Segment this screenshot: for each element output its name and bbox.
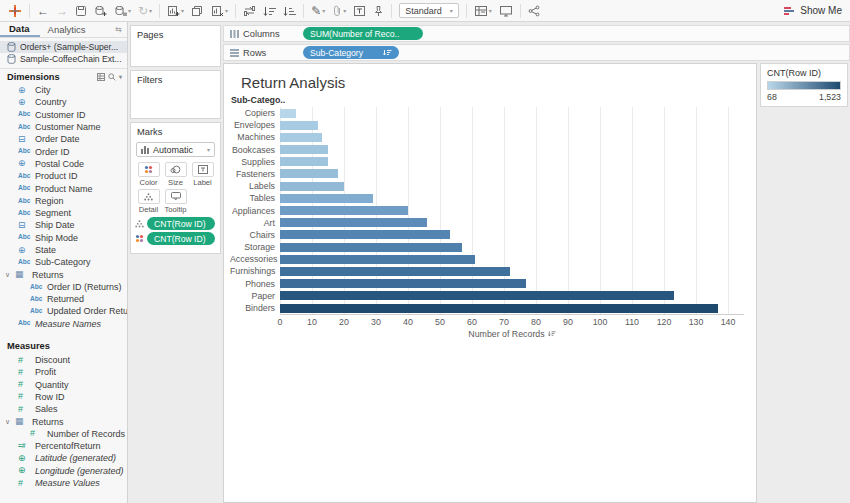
measure-field-discount[interactable]: #Discount (0, 354, 127, 366)
category-label-paper[interactable]: Paper (230, 290, 280, 302)
swap-rows-columns-button[interactable] (243, 5, 256, 17)
category-label-binders[interactable]: Binders (230, 302, 280, 314)
filters-shelf[interactable]: Filters (130, 70, 221, 119)
show-hide-cards-button[interactable]: ▾ (474, 5, 492, 17)
dimension-field-country[interactable]: ⊕Country (0, 96, 127, 108)
show-me-button[interactable]: Show Me (784, 5, 842, 16)
bar-binders[interactable] (280, 304, 718, 313)
color-button[interactable]: Color (135, 162, 162, 187)
fit-mode-select[interactable]: Standard ▾ (399, 3, 459, 18)
clear-sheet-button[interactable]: ▾ (211, 5, 228, 17)
expand-chevron-icon[interactable]: ∨ (5, 418, 13, 426)
category-label-art[interactable]: Art (230, 217, 280, 229)
sort-ascending-button[interactable] (263, 5, 276, 17)
dimension-field-customer-name[interactable]: AbcCustomer Name (0, 121, 127, 133)
bar-envelopes[interactable] (280, 121, 318, 130)
dimension-field-order-id[interactable]: AbcOrder ID (0, 145, 127, 157)
bar-labels[interactable] (280, 182, 344, 191)
mark-type-select[interactable]: Automatic ▾ (136, 142, 215, 157)
dimension-field-segment[interactable]: AbcSegment (0, 207, 127, 219)
redo-button[interactable]: → (56, 5, 68, 17)
share-button[interactable] (528, 5, 540, 17)
color-legend[interactable]: CNT(Row ID) 68 1,523 (760, 63, 848, 107)
category-label-fasteners[interactable]: Fasteners (230, 168, 280, 180)
measure-field-profit[interactable]: #Profit (0, 366, 127, 378)
new-worksheet-button[interactable]: ▾ (167, 5, 184, 17)
dimension-field-product-name[interactable]: AbcProduct Name (0, 182, 127, 194)
dropdown-caret[interactable]: ▾ (149, 8, 152, 14)
dimension-field-ship-mode[interactable]: AbcShip Mode (0, 232, 127, 244)
expand-chevron-icon[interactable]: ∨ (5, 271, 13, 279)
bar-bookcases[interactable] (280, 145, 328, 154)
dimension-field-ship-date[interactable]: ⊟Ship Date (0, 219, 127, 231)
pause-auto-updates-button[interactable]: ▾ (114, 5, 131, 17)
run-update-button[interactable]: ↻▾ (138, 5, 152, 17)
columns-shelf[interactable]: Columns SUM(Number of Reco.. (223, 25, 850, 42)
group-members-button[interactable]: ▾ (332, 5, 346, 17)
measure-field-number-of-records[interactable]: #Number of Records (0, 428, 127, 440)
tab-data[interactable]: Data (0, 22, 40, 37)
dimension-field-order-date[interactable]: ⊟Order Date (0, 133, 127, 145)
bar-appliances[interactable] (280, 206, 408, 215)
detail-button[interactable]: Detail (135, 189, 162, 214)
columns-pill-sum-number-of-records[interactable]: SUM(Number of Reco.. (303, 27, 423, 40)
rows-pill-sub-category[interactable]: Sub-Category (303, 46, 399, 59)
bar-tables[interactable] (280, 194, 373, 203)
dimension-field-returned[interactable]: AbcReturned (0, 293, 127, 305)
category-label-phones[interactable]: Phones (230, 278, 280, 290)
marks-pill-detail[interactable]: CNT(Row ID) (147, 217, 215, 230)
dimension-field-state[interactable]: ⊕State (0, 244, 127, 256)
x-axis[interactable]: 0102030405060708090100110120130140 (280, 315, 744, 326)
label-button[interactable]: Label (189, 162, 216, 187)
bar-chairs[interactable] (280, 230, 450, 239)
dimension-field-city[interactable]: ⊕City (0, 84, 127, 96)
size-button[interactable]: Size (162, 162, 189, 187)
pill-sort-icon[interactable] (383, 49, 392, 57)
measure-field-returns[interactable]: ∨▦Returns (0, 415, 127, 427)
tooltip-button[interactable]: Tooltip (162, 189, 189, 214)
sort-descending-button[interactable] (283, 5, 296, 17)
data-source-sample-coffeechain-ext[interactable]: Sample-CoffeeChain Ext... (0, 53, 127, 65)
dimension-field-updated-order-returns[interactable]: AbcUpdated Order Returns (0, 305, 127, 317)
bar-copiers[interactable] (280, 109, 296, 118)
data-source-orders-sample-super[interactable]: Orders+ (Sample-Super... (0, 41, 127, 53)
pane-menu-caret-icon[interactable]: ▾ (119, 73, 122, 80)
pane-toggle-icon[interactable]: ⇆ (115, 25, 127, 34)
axis-sort-icon[interactable] (548, 330, 556, 338)
new-data-source-button[interactable] (94, 5, 107, 17)
row-axis-header[interactable]: Sub-Catego.. (230, 95, 744, 105)
dropdown-caret[interactable]: ▾ (225, 8, 228, 14)
duplicate-sheet-button[interactable] (191, 5, 204, 17)
view-grid-icon[interactable] (97, 73, 105, 81)
marks-pill-color[interactable]: CNT(Row ID) (147, 232, 215, 245)
dimension-field-measure-names[interactable]: AbcMeasure Names (0, 318, 127, 330)
search-icon[interactable] (108, 73, 116, 81)
dimension-field-postal-code[interactable]: ⊕Postal Code (0, 158, 127, 170)
show-mark-labels-button[interactable] (353, 5, 366, 17)
pages-shelf[interactable]: Pages (130, 25, 221, 67)
category-label-machines[interactable]: Machines (230, 131, 280, 143)
category-label-accessories[interactable]: Accessories (230, 253, 280, 265)
category-label-furnishings[interactable]: Furnishings (230, 265, 280, 277)
measure-field-row-id[interactable]: #Row ID (0, 391, 127, 403)
fix-axes-button[interactable] (373, 5, 384, 17)
measure-field-sales[interactable]: #Sales (0, 403, 127, 415)
category-label-appliances[interactable]: Appliances (230, 205, 280, 217)
dimension-field-returns[interactable]: ∨▦Returns (0, 268, 127, 280)
bar-art[interactable] (280, 218, 427, 227)
highlight-button[interactable]: ✎▾ (311, 5, 325, 17)
undo-button[interactable]: ← (37, 5, 49, 17)
dropdown-caret[interactable]: ▾ (489, 8, 492, 14)
bar-accessories[interactable] (280, 255, 475, 264)
dimension-field-sub-category[interactable]: AbcSub-Category (0, 256, 127, 268)
bar-storage[interactable] (280, 243, 462, 252)
category-label-bookcases[interactable]: Bookcases (230, 144, 280, 156)
dimension-field-region[interactable]: AbcRegion (0, 195, 127, 207)
bar-phones[interactable] (280, 279, 526, 288)
category-label-labels[interactable]: Labels (230, 180, 280, 192)
dropdown-caret[interactable]: ▾ (128, 8, 131, 14)
rows-shelf[interactable]: Rows Sub-Category (223, 44, 850, 61)
dropdown-caret[interactable]: ▾ (343, 8, 346, 14)
category-label-envelopes[interactable]: Envelopes (230, 119, 280, 131)
bar-paper[interactable] (280, 291, 674, 300)
